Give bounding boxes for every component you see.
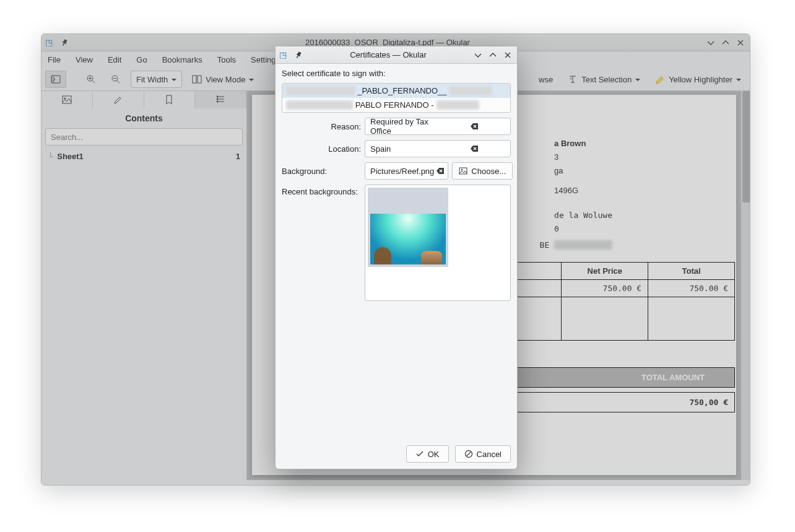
location-label: Location: xyxy=(282,144,361,154)
chevron-down-icon xyxy=(736,75,741,84)
highlighter-button[interactable]: Yellow Highlighter xyxy=(650,71,746,88)
svg-rect-1 xyxy=(51,76,54,83)
doc-country: BE xyxy=(540,240,550,250)
menu-go[interactable]: Go xyxy=(136,55,147,64)
ok-label: OK xyxy=(428,450,440,459)
dialog-title: Certificates — Okular xyxy=(308,50,469,59)
dialog-maximize-button[interactable] xyxy=(487,50,498,61)
zoom-in-button[interactable] xyxy=(81,71,101,88)
menu-file[interactable]: File xyxy=(48,55,61,64)
reason-value: Required by Tax Office xyxy=(370,117,440,136)
cancel-icon xyxy=(464,450,473,458)
svg-rect-4 xyxy=(193,76,196,83)
panel-tab-contents[interactable] xyxy=(195,91,246,108)
doc-line3: ga xyxy=(554,164,612,178)
svg-point-10 xyxy=(461,169,463,170)
redacted-text: XXXXXXXX xyxy=(450,86,492,95)
reef-thumbnail-image xyxy=(370,214,446,264)
text-selection-label: Text Selection xyxy=(581,75,632,84)
doc-line4: 1496G xyxy=(554,184,612,198)
toggle-sidepanel-button[interactable] xyxy=(45,71,66,88)
clear-icon[interactable] xyxy=(434,165,446,177)
reason-field[interactable]: Required by Tax Office xyxy=(365,118,511,135)
svg-rect-9 xyxy=(459,168,467,174)
maximize-button[interactable] xyxy=(720,37,731,48)
contents-item-label: Sheet1 xyxy=(57,152,236,161)
doc-name: a Brown xyxy=(554,139,586,148)
svg-rect-5 xyxy=(198,76,201,83)
browse-button[interactable]: wse xyxy=(534,71,558,88)
zoom-mode-label: Fit Width xyxy=(136,75,168,84)
redacted-text: XXXXXXXX xyxy=(437,100,479,110)
redacted-vat: XXXX.XXX.XXX xyxy=(554,240,612,250)
highlighter-label: Yellow Highlighter xyxy=(669,75,732,84)
panel-tab-bookmarks[interactable] xyxy=(144,91,196,108)
panel-tab-annotations[interactable] xyxy=(93,91,144,108)
choose-label: Choose... xyxy=(471,167,506,176)
menu-edit[interactable]: Edit xyxy=(108,55,121,64)
recent-backgrounds-list xyxy=(365,185,511,301)
location-field[interactable]: Spain xyxy=(365,140,511,157)
dialog-close-button[interactable] xyxy=(502,50,513,61)
svg-point-8 xyxy=(64,98,66,100)
cancel-label: Cancel xyxy=(477,450,502,459)
browse-label: wse xyxy=(539,75,553,84)
pin-icon[interactable] xyxy=(59,37,70,48)
redacted-text: XXXXXX XXXXXX xyxy=(286,100,353,110)
image-icon xyxy=(459,167,467,175)
menu-tools[interactable]: Tools xyxy=(217,55,236,64)
clear-icon[interactable] xyxy=(440,142,509,155)
choose-button[interactable]: Choose... xyxy=(452,162,513,180)
view-mode-label: View Mode xyxy=(206,75,245,84)
reason-label: Reason: xyxy=(282,122,361,131)
ok-button[interactable]: OK xyxy=(406,445,449,463)
certificate-name: _PABLO_FERNANDO__ xyxy=(357,86,446,95)
close-button[interactable] xyxy=(735,37,746,48)
app-icon xyxy=(45,38,55,48)
background-value: Pictures/Reef.png xyxy=(370,167,434,176)
redacted-text: XXXXXX_XXXXXX xyxy=(286,86,355,95)
recent-background-thumbnail[interactable] xyxy=(368,188,448,267)
dialog-titlebar: Certificates — Okular xyxy=(276,46,517,64)
contents-search-input[interactable] xyxy=(45,128,243,146)
chevron-down-icon xyxy=(635,75,640,84)
doc-street: de la Woluwe xyxy=(554,211,612,220)
clear-icon[interactable] xyxy=(440,120,509,133)
panel-tab-thumbnails[interactable] xyxy=(41,91,93,108)
certificate-item[interactable]: XXXXXX_XXXXXX _PABLO_FERNANDO__ XXXXXXXX xyxy=(282,84,510,98)
menu-bookmarks[interactable]: Bookmarks xyxy=(162,55,202,64)
total-val: 750.00 € xyxy=(648,280,735,297)
cancel-button[interactable]: Cancel xyxy=(455,445,511,463)
menu-view[interactable]: View xyxy=(76,55,93,64)
location-value: Spain xyxy=(370,144,440,154)
recent-label: Recent backgrounds: xyxy=(282,185,361,196)
pin-icon[interactable] xyxy=(293,50,304,61)
tree-twig-icon: └ xyxy=(48,152,53,161)
dialog-prompt: Select certificate to sign with: xyxy=(282,69,511,78)
chevron-down-icon xyxy=(172,75,176,84)
app-icon xyxy=(279,50,289,60)
view-mode-button[interactable]: View Mode xyxy=(187,71,259,88)
svg-rect-6 xyxy=(570,77,572,80)
vertical-scrollbar[interactable] xyxy=(741,91,750,480)
certificate-name: PABLO FERNANDO - xyxy=(355,100,434,110)
text-selection-button[interactable]: Text Selection xyxy=(563,71,645,88)
panel-title: Contents xyxy=(41,108,246,128)
contents-item-page: 1 xyxy=(236,152,240,161)
certificate-item[interactable]: XXXXXX XXXXXX PABLO FERNANDO - XXXXXXXX xyxy=(282,98,510,112)
check-icon xyxy=(415,450,424,458)
zoom-out-button[interactable] xyxy=(106,71,126,88)
doc-zip: 0 xyxy=(554,222,612,236)
certificates-dialog: Certificates — Okular Select certificate… xyxy=(275,46,518,469)
col-net: Net Price xyxy=(562,263,648,280)
col-total: Total xyxy=(648,263,735,280)
zoom-mode-select[interactable]: Fit Width xyxy=(131,71,182,88)
dialog-minimize-button[interactable] xyxy=(472,50,484,61)
chevron-down-icon xyxy=(249,75,254,84)
minimize-button[interactable] xyxy=(705,37,716,48)
background-field[interactable]: Pictures/Reef.png xyxy=(365,162,448,180)
certificate-list[interactable]: XXXXXX_XXXXXX _PABLO_FERNANDO__ XXXXXXXX… xyxy=(282,83,511,113)
side-panel: Contents └ Sheet1 1 xyxy=(41,91,247,480)
background-label: Background: xyxy=(282,167,361,176)
contents-item[interactable]: └ Sheet1 1 xyxy=(41,149,246,164)
